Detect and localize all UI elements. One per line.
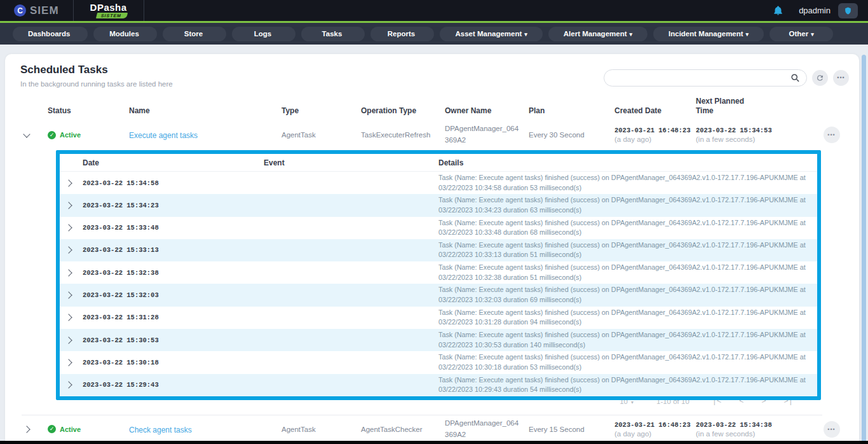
nav-item[interactable]: Incident Management▾ <box>653 27 764 41</box>
history-date: 2023-03-22 15:32:38 <box>78 269 264 277</box>
task-next-planned: 2023-03-22 15:34:53 (in a few seconds) <box>696 127 804 143</box>
scheduled-tasks-card: Scheduled Tasks In the background runnin… <box>5 54 859 444</box>
nav-item[interactable]: Modules <box>93 27 157 41</box>
col-header-created: Created Date <box>614 106 696 116</box>
nav-item[interactable]: Reports <box>370 27 434 41</box>
chevron-down-icon: ▾ <box>631 399 634 405</box>
task-name-link[interactable]: Check agent tasks <box>129 426 192 434</box>
chevron-right-icon[interactable] <box>65 291 72 298</box>
check-circle-icon: ✓ <box>48 131 56 139</box>
task-operation-type: AgentTaskChecker <box>361 426 445 433</box>
nav-item[interactable]: Dashboards <box>13 27 88 41</box>
bottom-edge-bar <box>0 441 868 444</box>
history-date: 2023-03-22 15:34:58 <box>78 179 264 187</box>
nav-item[interactable]: Alert Management▾ <box>548 27 648 41</box>
page-scrollbar[interactable] <box>862 55 866 444</box>
user-shield-button[interactable] <box>838 3 858 18</box>
history-date: 2023-03-22 15:34:23 <box>78 202 264 209</box>
chevron-right-icon[interactable] <box>23 426 30 433</box>
nav-item[interactable]: Store <box>163 27 226 41</box>
task-row-execute-agent-tasks[interactable]: ✓ Active Execute agent tasks AgentTask T… <box>5 121 859 149</box>
history-row[interactable]: 2023-03-22 15:30:53 Task (Name: Execute … <box>60 329 817 351</box>
history-row[interactable]: 2023-03-22 15:33:48 Task (Name: Execute … <box>60 217 817 239</box>
more-options-button[interactable]: ••• <box>833 70 849 86</box>
notification-bell-icon[interactable] <box>773 5 783 16</box>
dpasha-logo[interactable]: DPasha SISTEM <box>74 0 144 21</box>
username-label: dpadmin <box>799 6 831 15</box>
chevron-down-icon[interactable] <box>23 130 30 137</box>
task-owner: DPAgentManager_064369A2 <box>445 123 520 146</box>
col-header-plan: Plan <box>529 106 614 116</box>
task-type: AgentTask <box>281 426 361 433</box>
history-details: Task (Name: Execute agent tasks) finishe… <box>438 261 817 284</box>
page-title: Scheduled Tasks <box>20 64 173 76</box>
history-row[interactable]: 2023-03-22 15:31:28 Task (Name: Execute … <box>60 307 817 329</box>
row-actions-button[interactable]: ••• <box>824 127 840 143</box>
history-row[interactable]: 2023-03-22 15:32:38 Task (Name: Execute … <box>60 261 817 284</box>
sistem-badge: SISTEM <box>95 13 127 18</box>
history-details: Task (Name: Execute agent tasks) finishe… <box>438 172 817 194</box>
refresh-button[interactable] <box>812 70 828 86</box>
search-input[interactable] <box>604 69 807 87</box>
nav-item[interactable]: Other▾ <box>770 27 833 41</box>
col-header-status: Status <box>48 106 129 116</box>
task-operation-type: TaskExecuterRefresh <box>361 131 445 139</box>
history-row[interactable]: 2023-03-22 15:34:23 Task (Name: Execute … <box>60 194 817 216</box>
chevron-right-icon[interactable] <box>65 359 72 366</box>
row-actions-button[interactable]: ••• <box>824 421 840 438</box>
nav-item[interactable]: Logs <box>232 27 295 41</box>
history-details: Task (Name: Execute agent tasks) finishe… <box>438 374 817 396</box>
history-rows: 2023-03-22 15:34:58 Task (Name: Execute … <box>60 172 817 396</box>
history-details: Task (Name: Execute agent tasks) finishe… <box>438 194 817 216</box>
history-row[interactable]: 2023-03-22 15:30:18 Task (Name: Execute … <box>60 351 817 373</box>
chevron-right-icon[interactable] <box>65 314 72 321</box>
chevron-right-icon[interactable] <box>65 247 72 254</box>
history-row[interactable]: 2023-03-22 15:32:03 Task (Name: Execute … <box>60 284 817 306</box>
col-header-operation-type: Operation Type <box>361 106 445 116</box>
col-header-name: Name <box>129 106 281 116</box>
chevron-right-icon[interactable] <box>65 225 72 232</box>
main-nav: Dashboards Modules Store Logs Tasks Repo… <box>0 23 868 45</box>
task-plan: Every 15 Second <box>529 426 614 433</box>
col-header-owner: Owner Name <box>445 106 529 116</box>
csiem-logo[interactable]: C SIEM <box>0 0 73 21</box>
chevron-right-icon[interactable] <box>65 269 72 276</box>
search-icon[interactable] <box>790 73 800 85</box>
table-header-row: Status Name Type Operation Type Owner Na… <box>5 88 859 121</box>
nav-item[interactable]: Tasks <box>301 27 365 41</box>
history-details: Task (Name: Execute agent tasks) finishe… <box>438 329 817 351</box>
task-name-link[interactable]: Execute agent tasks <box>129 131 198 140</box>
history-details: Task (Name: Execute agent tasks) finishe… <box>438 307 817 329</box>
col-header-next-planned: Next Planned Time <box>696 97 750 116</box>
col-header-date: Date <box>78 158 264 167</box>
history-date: 2023-03-22 15:32:03 <box>78 291 264 299</box>
chevron-down-icon: ▾ <box>746 31 749 38</box>
task-owner: DPAgentManager_064369A2 <box>445 418 520 441</box>
csiem-logo-text: SIEM <box>30 4 59 17</box>
chevron-right-icon[interactable] <box>65 336 72 343</box>
chevron-down-icon: ▾ <box>524 31 527 38</box>
history-details: Task (Name: Execute agent tasks) finishe… <box>438 217 817 239</box>
history-date: 2023-03-22 15:31:28 <box>78 314 264 321</box>
history-date: 2023-03-22 15:30:18 <box>78 359 264 366</box>
dpasha-logo-text: DPasha <box>90 3 127 12</box>
history-header-row: Date Event Details <box>60 154 817 172</box>
history-date: 2023-03-22 15:29:43 <box>78 381 264 389</box>
top-bar: C SIEM DPasha SISTEM dpadmin <box>0 0 868 21</box>
chevron-right-icon[interactable] <box>65 179 72 186</box>
task-plan: Every 30 Second <box>529 131 614 139</box>
history-details: Task (Name: Execute agent tasks) finishe… <box>438 284 817 306</box>
nav-item[interactable]: Asset Management▾ <box>440 27 542 41</box>
chevron-right-icon[interactable] <box>65 202 72 209</box>
col-header-details: Details <box>438 158 817 167</box>
task-created-date: 2023-03-21 16:48:23 (a day ago) <box>614 421 696 438</box>
history-row[interactable]: 2023-03-22 15:29:43 Task (Name: Execute … <box>60 374 817 396</box>
task-created-date: 2023-03-21 16:48:23 (a day ago) <box>614 127 696 143</box>
history-row[interactable]: 2023-03-22 15:34:58 Task (Name: Execute … <box>60 172 817 194</box>
history-date: 2023-03-22 15:33:48 <box>78 224 264 232</box>
history-row[interactable]: 2023-03-22 15:33:13 Task (Name: Execute … <box>60 239 817 261</box>
col-header-event: Event <box>264 158 438 167</box>
col-header-type: Type <box>281 106 361 116</box>
task-row-check-agent-tasks[interactable]: ✓ Active Check agent tasks AgentTask Age… <box>5 415 859 443</box>
chevron-right-icon[interactable] <box>65 382 72 389</box>
